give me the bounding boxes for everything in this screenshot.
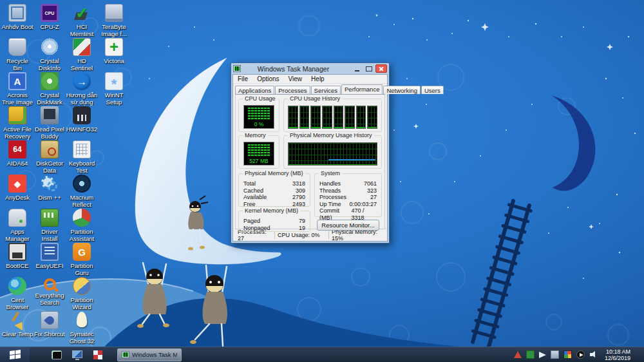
stat-label: Paged: [243, 218, 260, 225]
desktop-icon-macrium-reflect[interactable]: Macrium Reflect: [66, 175, 98, 209]
desktop-icon-dism[interactable]: Dism ++: [33, 175, 66, 209]
desktop-icon-terabyte-image[interactable]: TeraByte Image f...: [98, 4, 130, 38]
desktop-icon-bootice[interactable]: BootICE: [1, 243, 33, 277]
desktop-icon-crystal-diskinfo[interactable]: Crystal DiskInfo: [33, 38, 66, 72]
desktop-icon-symatec-ghost[interactable]: Symatec Ghost 32: [66, 311, 98, 345]
window-titlebar[interactable]: Windows Task Manager: [231, 63, 389, 74]
desktop-icon-label: Partition Wizard: [66, 296, 98, 310]
hd-sentinel-icon: [73, 38, 91, 56]
menu-options[interactable]: Options: [252, 75, 283, 82]
desktop-icon-partition-guru[interactable]: GPartition Guru: [66, 243, 98, 277]
display-settings-taskbar-icon[interactable]: [70, 348, 85, 361]
tab-networking[interactable]: Networking: [383, 86, 421, 94]
resource-monitor-button[interactable]: Resource Monitor...: [317, 220, 379, 231]
menu-help[interactable]: Help: [307, 75, 329, 82]
desktop-icon-label: Fix Shorcut: [34, 330, 65, 338]
desktop-icon-label: Apps Manager: [1, 228, 33, 242]
desktop-icon-hci-memtest[interactable]: ✓HCI Memtest: [66, 4, 98, 38]
tab-services[interactable]: Services: [311, 86, 341, 94]
desktop-icon-fix-shorcut[interactable]: Fix Shorcut: [33, 311, 66, 345]
recycle-bin-icon: [8, 38, 26, 56]
taskbar-window-button[interactable]: Windows Task M...: [117, 348, 182, 361]
tray-media-player-icon[interactable]: [576, 350, 585, 359]
desktop-icon-victoria[interactable]: +Victoria: [98, 38, 130, 72]
desktop-icon-keyboard-test[interactable]: Keyboard Test: [66, 140, 98, 175]
desktop-icon-aida64[interactable]: 64AIDA64: [1, 140, 33, 175]
desktop-icon-cent-browser[interactable]: Cent Browser: [1, 277, 33, 311]
desktop-icon-active-file-recovery[interactable]: Active File Recovery: [1, 106, 33, 140]
memory-history-group: Physical Memory Usage History: [283, 135, 382, 169]
minimize-button[interactable]: [351, 64, 363, 73]
desktop-icon-label: Cent Browser: [1, 296, 33, 310]
input-language-taskbar-icon[interactable]: [90, 348, 106, 361]
command-prompt-taskbar-icon[interactable]: [49, 348, 64, 361]
stat-value: 19: [299, 225, 305, 232]
magnifier-icon: [44, 278, 56, 291]
desktop-icon-everything-search[interactable]: Everything Search: [33, 277, 66, 311]
taskbar-clock[interactable]: 10:18 AM 12/6/2019: [602, 348, 633, 361]
system-group: System Handles7061 Threads323 Processes2…: [314, 173, 382, 217]
close-button[interactable]: [375, 64, 387, 73]
tray-triangle-icon[interactable]: [514, 351, 522, 358]
desktop-icon-cpu-z[interactable]: CPUCPU-Z: [33, 4, 66, 38]
desktop-icon-label: Symatec Ghost 32: [66, 330, 98, 345]
stat-label: Handles: [319, 180, 341, 187]
desktop-icon-anydesk[interactable]: ◆AnyDesk: [1, 175, 33, 209]
menu-view[interactable]: View: [284, 75, 307, 82]
desktop-icon-partition-wizard[interactable]: Partition Wizard: [66, 277, 98, 311]
performance-tab-page: CPU Usage 0 % CPU Usage History Memory: [235, 94, 385, 229]
desktop-icon-huong-dan-su-dung[interactable]: →Hương dẫn sử dụng: [66, 72, 98, 106]
desktop-icon-clear-temp[interactable]: Clear Temp: [1, 311, 33, 345]
tray-volume-icon[interactable]: [589, 350, 598, 359]
desktop-icon-dead-pixel-buddy[interactable]: Dead Pixel Buddy (Che...: [33, 106, 66, 140]
partition-wizard-icon: [73, 277, 91, 295]
window-controls: [351, 64, 387, 73]
stat-label: Threads: [319, 187, 341, 195]
stat-row: Available2790: [239, 194, 310, 201]
snowflake-glyph: *: [111, 70, 117, 93]
tab-applications[interactable]: Applications: [235, 86, 274, 94]
desktop-icon-diskgetor[interactable]: DiskGetor Data Recovery: [33, 140, 66, 175]
desktop-icon-apps-manager[interactable]: Apps Manager: [1, 209, 33, 243]
desktop-icon-label: Active File Recovery: [1, 126, 33, 140]
tray-green-square-icon[interactable]: [526, 350, 535, 359]
menu-file[interactable]: File: [233, 75, 252, 82]
desktop-icon-partition-assistant[interactable]: Partition Assistant: [66, 209, 98, 243]
kernel-memory-group: Kernel Memory (MB) Paged79 Nonpaged19: [238, 211, 310, 232]
cpu-core-graph: [310, 106, 321, 129]
desktop-icon-hwinfo32[interactable]: HWiNFO32: [66, 106, 98, 140]
winnt-setup-icon: *: [105, 72, 123, 90]
clock-time: 10:18 AM: [605, 348, 630, 355]
tab-processes[interactable]: Processes: [275, 86, 310, 94]
stat-row: Processes27: [315, 194, 381, 201]
window-frame: File Options View Help Applications Proc…: [232, 74, 388, 242]
cpu-core-graph: [356, 106, 366, 129]
start-button[interactable]: [0, 347, 30, 362]
desktop-icon-anhdv-boot[interactable]: Anhdv Boot: [1, 4, 33, 38]
desktop-icon-easyuefi[interactable]: EasyUEFI: [33, 243, 66, 277]
tab-users[interactable]: Users: [421, 86, 444, 94]
cpu-core-graph: [334, 106, 344, 129]
dark-moon: [551, 95, 596, 191]
status-physical-memory: Physical Memory: 15%: [329, 231, 385, 239]
desktop-icon-hd-sentinel[interactable]: HD Sentinel: [66, 38, 98, 72]
cpu-core-graph: [299, 106, 310, 129]
stat-label: Nonpaged: [243, 225, 270, 232]
tray-display-colors-icon[interactable]: [564, 350, 572, 359]
tab-performance[interactable]: Performance: [341, 84, 383, 94]
browser-globe-icon: [8, 277, 26, 295]
stat-row: Commit (MB)470 / 3318: [315, 207, 381, 221]
tray-network-icon[interactable]: [551, 350, 559, 359]
desktop-icon-driver-install[interactable]: Driver Install: [33, 209, 66, 243]
desktop-icon-acronis-true-image[interactable]: AAcronis True Image 2020: [1, 72, 33, 106]
tray-send-arrow-icon[interactable]: [539, 352, 546, 358]
stat-label: Cached: [243, 187, 263, 195]
stat-label: Processes: [319, 194, 346, 201]
grid-spacer: [98, 277, 130, 311]
desktop-icon-winnt-setup[interactable]: *WinNT Setup: [98, 72, 130, 106]
desktop-icon-recycle-bin[interactable]: Recycle Bin: [1, 38, 33, 72]
maximize-button[interactable]: [363, 64, 375, 73]
desktop-icon-crystal-diskmark[interactable]: Crystal DiskMark: [33, 72, 66, 106]
stat-value: 2790: [292, 194, 305, 201]
cpu-z-glyph: CPU: [45, 11, 55, 15]
